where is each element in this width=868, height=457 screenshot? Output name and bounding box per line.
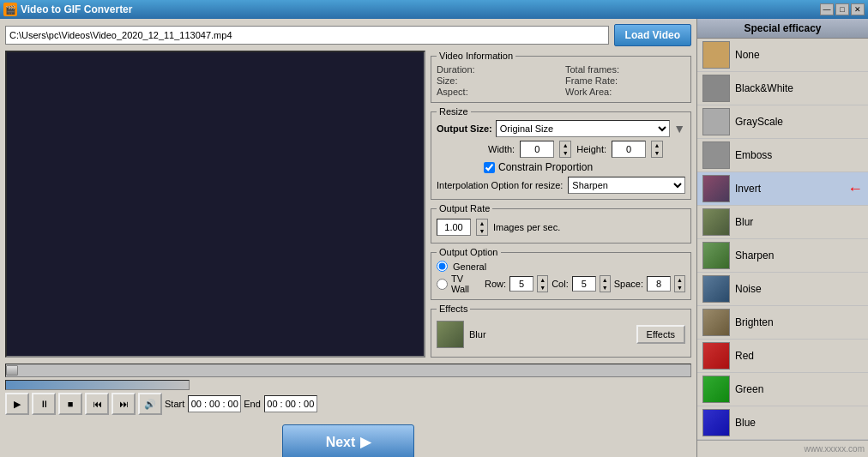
volume-row: [5, 380, 691, 390]
effect-item-sharpen[interactable]: Sharpen: [697, 239, 868, 273]
end-time-input[interactable]: [264, 395, 317, 412]
rate-spin-down[interactable]: ▼: [477, 227, 487, 235]
effect-item-black&white[interactable]: Black&White: [697, 72, 868, 105]
effect-name-black&white: Black&White: [735, 82, 793, 94]
height-spin-down[interactable]: ▼: [652, 149, 662, 157]
row-input[interactable]: [509, 276, 533, 292]
frame-rate-label: Frame Rate:: [565, 75, 618, 86]
size-label: Size:: [437, 75, 457, 86]
video-preview: [5, 51, 425, 358]
effect-item-red[interactable]: Red: [697, 340, 868, 373]
effect-item-invert[interactable]: Invert←: [697, 172, 868, 206]
constrain-proportion-label: Constrain Proportion: [498, 161, 593, 173]
effect-item-none[interactable]: None: [697, 39, 868, 72]
work-area-label: Work Area:: [565, 87, 612, 97]
general-label: General: [453, 262, 486, 272]
tv-wall-radio[interactable]: [437, 279, 448, 290]
duration-row: Duration:: [437, 64, 557, 75]
row-spinner[interactable]: ▲▼: [537, 275, 548, 292]
rate-row: ▲▼ Images per sec.: [437, 217, 685, 238]
height-spinner[interactable]: ▲▼: [651, 141, 663, 158]
col-spinner[interactable]: ▲▼: [600, 275, 611, 292]
effect-name-green: Green: [735, 383, 763, 395]
next-button[interactable]: Next ▶: [282, 424, 415, 457]
effect-name-invert: Invert: [735, 183, 761, 195]
row-spin-down[interactable]: ▼: [538, 284, 547, 292]
effect-thumb-none: [702, 41, 730, 69]
general-radio[interactable]: [437, 261, 448, 272]
selection-arrow-icon: ←: [847, 180, 863, 198]
pause-button[interactable]: ⏸: [32, 393, 56, 415]
space-spin-up[interactable]: ▲: [675, 276, 684, 284]
total-frames-label: Total frames:: [565, 64, 619, 75]
effects-button[interactable]: Effects: [636, 325, 685, 344]
space-spinner[interactable]: ▲▼: [674, 275, 685, 292]
effect-item-green[interactable]: Green: [697, 373, 868, 406]
current-effect-name: Blur: [469, 329, 631, 340]
effect-thumb-noise: [702, 275, 730, 303]
next-frame-button[interactable]: ⏭: [112, 393, 136, 415]
seek-thumb[interactable]: [6, 365, 18, 376]
prev-frame-button[interactable]: ⏮: [85, 393, 109, 415]
row-label: Row:: [485, 279, 506, 289]
tv-wall-label: TV Wall: [451, 274, 481, 294]
app-icon: 🎬: [3, 3, 17, 16]
stop-button[interactable]: ■: [58, 393, 82, 415]
seek-bar[interactable]: [5, 364, 691, 377]
minimize-button[interactable]: —: [820, 3, 834, 15]
effect-thumb-blur: [702, 208, 730, 236]
width-spinner[interactable]: ▲▼: [559, 141, 571, 158]
end-label: End: [244, 399, 261, 409]
effect-thumb-grayscale: [702, 108, 730, 135]
col-spin-up[interactable]: ▲: [600, 276, 610, 284]
col-input[interactable]: [572, 276, 596, 292]
controls-row: ▶ ⏸ ■ ⏮ ⏭ 🔊 Start End: [5, 393, 691, 415]
effect-item-grayscale[interactable]: GrayScale: [697, 105, 868, 139]
file-path-input[interactable]: [5, 26, 609, 45]
next-row: Next ▶: [5, 421, 691, 457]
width-spin-up[interactable]: ▲: [560, 141, 570, 149]
settings-panel: Video Information Duration: Total frames…: [431, 51, 691, 358]
title-bar: 🎬 Video to GIF Converter — □ ✕: [0, 0, 868, 19]
play-button[interactable]: ▶: [5, 393, 29, 415]
title-bar-left: 🎬 Video to GIF Converter: [3, 3, 132, 16]
col-spin-down[interactable]: ▼: [600, 284, 610, 292]
aspect-label: Aspect:: [437, 87, 468, 97]
rate-spin-up[interactable]: ▲: [477, 219, 487, 227]
end-time-box: End: [244, 395, 317, 412]
height-spin-up[interactable]: ▲: [652, 141, 662, 149]
height-input[interactable]: [612, 141, 646, 158]
rate-unit-label: Images per sec.: [493, 222, 560, 232]
aspect-row: Aspect:: [437, 87, 557, 97]
output-size-arrow-icon: ▼: [673, 122, 685, 135]
row-spin-up[interactable]: ▲: [538, 276, 547, 284]
load-video-button[interactable]: Load Video: [614, 24, 691, 46]
effect-item-noise[interactable]: Noise: [697, 273, 868, 306]
effect-item-brighten[interactable]: Brighten: [697, 306, 868, 340]
space-input[interactable]: [647, 276, 671, 292]
volume-bar[interactable]: [5, 380, 190, 390]
constrain-proportion-checkbox[interactable]: [484, 162, 495, 173]
start-time-input[interactable]: [188, 395, 241, 412]
interpolation-select[interactable]: Sharpen: [568, 177, 685, 194]
output-size-select[interactable]: Original Size: [496, 120, 670, 137]
effect-thumb-green: [702, 376, 730, 403]
size-row-info: Size:: [437, 75, 557, 86]
maximize-button[interactable]: □: [835, 3, 849, 15]
rate-input[interactable]: [437, 219, 471, 236]
width-spin-down[interactable]: ▼: [560, 149, 570, 157]
effects-fieldset: Effects Blur Effects: [431, 304, 691, 358]
width-label: Width:: [488, 144, 515, 154]
window-controls[interactable]: — □ ✕: [820, 3, 865, 15]
video-info-grid: Duration: Total frames: Size: Frame: [437, 64, 685, 97]
volume-button[interactable]: 🔊: [138, 393, 162, 415]
output-option-fieldset: Output Option General TV Wall Row: ▲▼ Co…: [431, 247, 691, 300]
effect-item-blue[interactable]: Blue: [697, 406, 868, 440]
output-rate-legend: Output Rate: [437, 203, 492, 213]
effect-item-blur[interactable]: Blur: [697, 206, 868, 239]
rate-spinner[interactable]: ▲▼: [476, 219, 488, 236]
close-button[interactable]: ✕: [851, 3, 865, 15]
effect-item-emboss[interactable]: Emboss: [697, 139, 868, 172]
space-spin-down[interactable]: ▼: [675, 284, 684, 292]
width-input[interactable]: [520, 141, 554, 158]
